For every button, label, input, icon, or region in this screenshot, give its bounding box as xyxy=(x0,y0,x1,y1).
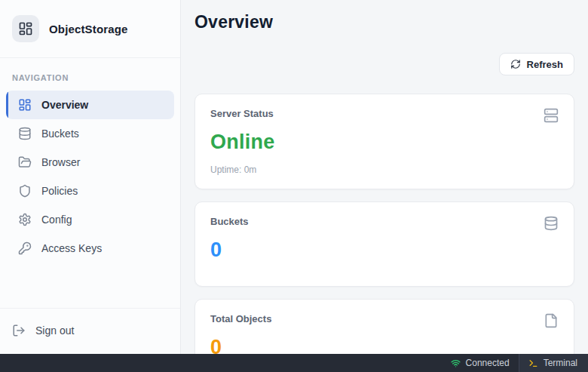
server-status-card: Server Status Online Uptime: 0m xyxy=(194,94,574,189)
app-title: ObjectStorage xyxy=(49,23,127,35)
card-head: Server Status xyxy=(210,108,559,123)
log-out-icon xyxy=(12,324,26,337)
server-uptime: Uptime: 0m xyxy=(210,164,559,175)
connection-status: Connected xyxy=(442,354,519,372)
wifi-icon xyxy=(451,358,461,368)
status-bar: Connected Terminal xyxy=(0,354,588,372)
buckets-card: Buckets 0 xyxy=(194,201,574,287)
sidebar-item-policies[interactable]: Policies xyxy=(6,177,174,205)
card-title: Total Objects xyxy=(210,313,271,324)
app-window: ObjectStorage NAVIGATION Overview Bucket… xyxy=(0,0,588,372)
statusbar-spacer xyxy=(0,354,442,372)
sign-out-label: Sign out xyxy=(35,324,74,337)
refresh-label: Refresh xyxy=(527,59,563,70)
sidebar-item-label: Buckets xyxy=(41,128,79,140)
file-icon xyxy=(544,313,559,328)
sidebar-item-overview[interactable]: Overview xyxy=(6,91,174,119)
total-objects-card: Total Objects 0 xyxy=(194,299,574,354)
card-title: Buckets xyxy=(210,216,249,227)
connection-status-label: Connected xyxy=(466,358,510,368)
card-head: Total Objects xyxy=(210,313,559,328)
database-icon xyxy=(18,127,32,140)
terminal-icon xyxy=(528,358,538,368)
database-icon xyxy=(544,216,559,231)
card-head: Buckets xyxy=(210,216,559,231)
total-objects-count: 0 xyxy=(210,336,559,354)
sidebar: ObjectStorage NAVIGATION Overview Bucket… xyxy=(0,0,181,354)
sidebar-footer: Sign out xyxy=(0,308,180,354)
main-content: Overview Refresh Server Status Online xyxy=(181,0,588,354)
sidebar-item-label: Overview xyxy=(41,99,88,111)
grid-logo-icon xyxy=(18,21,33,36)
sidebar-item-access-keys[interactable]: Access Keys xyxy=(6,234,174,263)
server-icon xyxy=(544,108,559,123)
gear-icon xyxy=(18,213,32,226)
buckets-count: 0 xyxy=(210,238,559,262)
refresh-button[interactable]: Refresh xyxy=(499,53,574,75)
sidebar-item-label: Config xyxy=(41,214,72,226)
refresh-icon xyxy=(510,59,521,69)
terminal-label: Terminal xyxy=(544,358,577,368)
sidebar-item-label: Access Keys xyxy=(41,242,102,254)
sidebar-item-label: Browser xyxy=(41,156,80,168)
terminal-button[interactable]: Terminal xyxy=(519,354,588,372)
card-title: Server Status xyxy=(210,108,274,119)
server-status-value: Online xyxy=(210,131,559,154)
key-icon xyxy=(18,241,32,255)
sidebar-item-browser[interactable]: Browser xyxy=(6,148,174,177)
app-logo xyxy=(12,15,39,42)
sidebar-item-config[interactable]: Config xyxy=(6,205,174,234)
sidebar-header: ObjectStorage xyxy=(0,0,180,58)
sidebar-item-label: Policies xyxy=(41,185,78,197)
sidebar-nav: NAVIGATION Overview Buckets xyxy=(0,58,180,263)
sidebar-item-buckets[interactable]: Buckets xyxy=(6,119,174,148)
sign-out-button[interactable]: Sign out xyxy=(12,319,168,342)
folder-open-icon xyxy=(18,155,32,169)
toolbar: Refresh xyxy=(194,53,574,75)
layout-dashboard-icon xyxy=(18,98,32,112)
nav-section-label: NAVIGATION xyxy=(6,73,174,82)
shield-icon xyxy=(18,184,32,198)
main-row: ObjectStorage NAVIGATION Overview Bucket… xyxy=(0,0,588,354)
page-title: Overview xyxy=(194,12,574,32)
